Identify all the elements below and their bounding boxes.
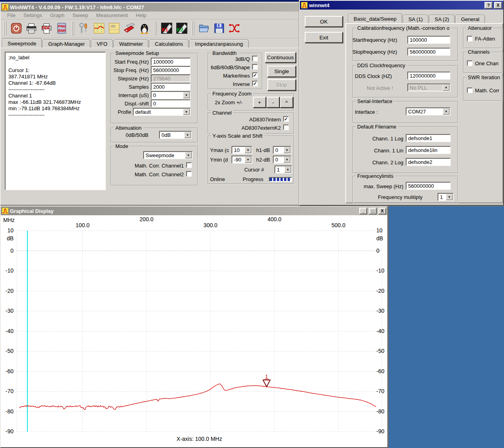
dialog-tab-sa2[interactable]: SA (2)	[429, 15, 455, 23]
chevron-down-icon[interactable]: ▼	[446, 194, 453, 200]
dds-clock-field[interactable]: 120000000	[407, 72, 450, 80]
menu-help[interactable]: Help	[132, 12, 150, 19]
zoom-in-button[interactable]: +	[253, 97, 266, 108]
chann1-log-field[interactable]: defsonde1	[406, 134, 451, 142]
h1-db-combo[interactable]: 0▼	[273, 146, 291, 154]
max-sweep-field[interactable]: 560000000	[406, 182, 451, 190]
print-button[interactable]	[24, 21, 39, 37]
minimize-button[interactable]: _	[359, 208, 367, 214]
dialog-tab-basic-data[interactable]: Basic_data/Sweep	[348, 14, 402, 23]
menu-measurement[interactable]: Measurement	[92, 12, 132, 19]
open-file-button[interactable]	[197, 21, 212, 37]
chann1-lin-field[interactable]: defsonde1lin	[406, 146, 451, 154]
menu-file[interactable]: File	[3, 12, 19, 19]
menu-graph[interactable]: Graph	[46, 12, 68, 19]
k1-channel-button[interactable]: K1	[159, 21, 174, 37]
marker-1-icon[interactable]	[263, 380, 270, 387]
chevron-down-icon[interactable]: ▼	[245, 147, 251, 153]
tab-vfo[interactable]: VFO	[91, 39, 113, 48]
mode-combo[interactable]: Sweepmode▼	[143, 151, 193, 159]
start-freq-field[interactable]: 1000000	[151, 58, 191, 66]
chevron-down-icon[interactable]: ▼	[245, 156, 251, 163]
inverse-checkbox[interactable]: ✓	[252, 81, 258, 86]
markerlines-checkbox[interactable]: ✓	[252, 72, 258, 78]
help-button[interactable]: ?	[485, 2, 492, 9]
bandwidth-3db-q-checkbox[interactable]	[252, 56, 258, 61]
swr-math-corr-checkbox[interactable]	[467, 88, 473, 93]
bandwidth-shape-checkbox[interactable]	[252, 64, 258, 70]
chevron-down-icon[interactable]: ▼	[284, 156, 290, 163]
print-pdf-button[interactable]: PDF	[39, 21, 54, 37]
chann2-log-field[interactable]: defsonde2	[406, 158, 451, 166]
interface-combo[interactable]: COM27▼	[406, 107, 450, 115]
k2-channel-button[interactable]: K2	[174, 21, 189, 37]
zoom-out-button[interactable]: -	[267, 97, 280, 108]
chevron-down-icon[interactable]: ▼	[184, 132, 191, 138]
fa-atten-checkbox[interactable]	[467, 36, 473, 41]
single-button[interactable]: Single	[267, 66, 296, 77]
chevron-down-icon[interactable]: ▼	[185, 152, 192, 158]
frequencylimits-group: Frequencylimits max. Sweep (Hz) 56000000…	[352, 176, 458, 204]
samples-field[interactable]: 2000	[151, 83, 191, 91]
menu-settings[interactable]: Settings	[19, 12, 46, 19]
tab-calculations[interactable]: Calculations	[149, 39, 189, 48]
math-corr-ch2-checkbox[interactable]	[186, 171, 192, 177]
y-tick-label-left: -90	[6, 428, 14, 434]
swiss-knife-button[interactable]	[122, 21, 137, 37]
export-image-button[interactable]: PNGBMP	[54, 21, 69, 37]
dialog-title: winnwt4	[309, 2, 483, 8]
chevron-down-icon[interactable]: ▼	[183, 92, 190, 98]
cursor-number-combo[interactable]: 1▼	[274, 166, 292, 173]
zoom-up-button[interactable]: ^	[280, 97, 293, 108]
save-file-button[interactable]	[212, 21, 227, 37]
impedance-button[interactable]	[227, 21, 242, 37]
chevron-down-icon[interactable]: ▼	[284, 147, 290, 153]
maximize-button[interactable]: □	[369, 208, 377, 214]
interrupt-combo[interactable]: 0▼	[151, 91, 191, 99]
frequency-multiply-combo[interactable]: 1▼	[438, 193, 453, 201]
dialog-titlebar[interactable]: winnwt4 ? X	[300, 1, 503, 10]
sweep-settings-button[interactable]	[91, 21, 107, 37]
ymin-combo[interactable]: -90▼	[232, 156, 252, 164]
chevron-down-icon[interactable]: ▼	[183, 109, 190, 115]
tab-graph-manager[interactable]: Graph-Manager	[43, 39, 90, 48]
math-corr-ch1-checkbox[interactable]	[186, 162, 192, 168]
power-button[interactable]	[9, 21, 24, 37]
chevron-down-icon[interactable]: ▼	[284, 166, 291, 173]
tools-button[interactable]	[76, 21, 91, 37]
exit-button[interactable]: Exit	[305, 32, 343, 43]
measurement-info-panel[interactable]: ;no_label Cursor 1: 387.741871 MHz Chann…	[5, 52, 106, 190]
startfrequency-label: Startfrequency (Hz)	[352, 37, 405, 43]
profile-combo[interactable]: default▼	[133, 108, 191, 116]
ymax-combo[interactable]: 10▼	[232, 146, 252, 154]
attenuation-combo[interactable]: 0dB▼	[159, 131, 192, 139]
startfrequency-field[interactable]: 100000	[407, 36, 450, 44]
displ-shift-field[interactable]: 0	[151, 99, 191, 107]
db-scale-button[interactable]: dB	[107, 21, 122, 37]
ad8307-intern-checkbox[interactable]: ✓	[283, 116, 289, 122]
tux-button[interactable]	[137, 21, 152, 37]
dialog-tab-sa1[interactable]: SA (1)	[403, 15, 428, 23]
math-corr-ch1-label: Math. Corr. Channel1	[112, 163, 184, 169]
tab-wattmeter[interactable]: Wattmeter	[114, 39, 148, 48]
chart-area[interactable]: MHz100.0200.0300.0400.0500.0101000-10-10…	[1, 215, 387, 447]
stop-button[interactable]: Stop	[267, 79, 296, 91]
tab-sweepmode[interactable]: Sweepmode	[2, 38, 42, 48]
y-tick-label-left: -30	[6, 308, 14, 314]
y-tick-label-right: -80	[376, 408, 384, 415]
menu-sweep[interactable]: Sweep	[68, 12, 92, 19]
ok-button[interactable]: OK	[305, 16, 343, 27]
channel-title: Channel	[211, 110, 233, 116]
stopfrequency-field[interactable]: 560000000	[407, 48, 450, 56]
graph-window-titlebar[interactable]: Graphical Display _ □ X	[1, 206, 387, 215]
h2-db-combo[interactable]: 0▼	[273, 156, 291, 164]
ad8307-extern-checkbox[interactable]	[283, 125, 289, 130]
tab-impedanzanpassung[interactable]: Impedanzanpassung	[189, 39, 249, 48]
one-chan-checkbox[interactable]	[467, 60, 473, 66]
chevron-down-icon[interactable]: ▼	[443, 108, 450, 115]
continuous-button[interactable]: Continuous	[265, 52, 296, 63]
close-button[interactable]: X	[494, 2, 502, 9]
dialog-tab-general[interactable]: General	[455, 15, 485, 23]
close-button[interactable]: X	[378, 208, 386, 214]
stop-freq-field[interactable]: 560000000	[151, 66, 191, 74]
